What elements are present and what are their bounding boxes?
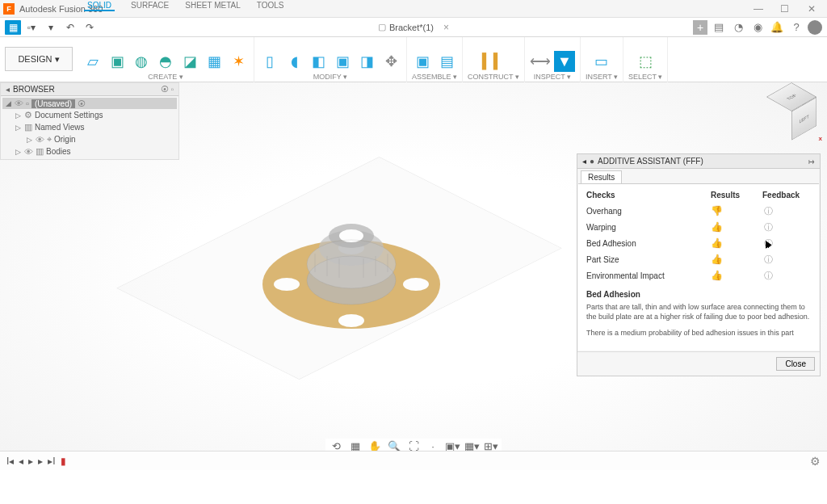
app-icon: F — [3, 3, 15, 15]
timeline-play-icon[interactable]: ▸ — [28, 456, 33, 467]
quick-access-toolbar: ▦ ▫▾ ▾ ↶ ↷ ▢ Bracket*(1) × + ▤ ◔ ◉ 🔔 ? — [0, 18, 827, 37]
timeline-start-icon[interactable]: I◂ — [6, 456, 14, 467]
split-icon[interactable]: ◨ — [356, 51, 377, 72]
save-button[interactable]: ▾ — [42, 19, 60, 36]
browser-tree[interactable]: ◢👁▫ (Unsaved)⦿ ▷⚙ Document Settings ▷▥ N… — [1, 96, 178, 159]
info-icon[interactable]: ⓘ — [762, 221, 774, 233]
user-avatar[interactable] — [808, 20, 822, 35]
info-icon[interactable]: ⓘ — [762, 270, 774, 281]
folder-icon: ▥ — [36, 146, 44, 157]
notifications-icon[interactable]: 🔔 — [769, 21, 785, 33]
emboss-icon[interactable]: ✶ — [228, 51, 249, 72]
tab-tools[interactable]: TOOLS — [257, 1, 284, 11]
folder-icon: ▥ — [24, 122, 32, 132]
minimize-icon[interactable]: — — [746, 3, 770, 15]
close-icon[interactable]: ✕ — [800, 3, 824, 15]
group-label-modify[interactable]: MODIFY ▾ — [313, 73, 347, 81]
view-cube[interactable]: z TOP FRONT LEFT x — [766, 89, 817, 141]
thumbs-up-icon: 👍 — [711, 254, 759, 265]
group-label-insert[interactable]: INSERT ▾ — [586, 73, 618, 81]
info-icon[interactable]: ⓘ — [762, 237, 774, 249]
svg-point-4 — [338, 314, 364, 327]
tab-results[interactable]: Results — [581, 170, 622, 183]
insert-decal-icon[interactable]: ▭ — [591, 51, 612, 72]
workspace-switcher[interactable]: DESIGN ▾ — [5, 47, 73, 71]
sweep-icon[interactable]: ◪ — [179, 51, 200, 72]
close-button[interactable]: Close — [776, 357, 815, 371]
thumbs-up-warn-icon: 👍 — [711, 270, 759, 281]
press-pull-icon[interactable]: ▯ — [259, 51, 280, 72]
ribbon-group-select: ⬚ SELECT ▾ — [623, 37, 668, 82]
ribbon-group-create: ▱ ▣ ◍ ◓ ◪ ▦ ✶ CREATE ▾ — [78, 37, 254, 82]
joint-icon[interactable]: ▣ — [412, 51, 433, 72]
settings-gear-icon[interactable]: ⚙ — [810, 455, 821, 468]
panel-collapse-icon[interactable]: ◂ — [582, 157, 586, 166]
fillet-icon[interactable]: ◖ — [283, 51, 304, 72]
group-label-construct[interactable]: CONSTRUCT ▾ — [468, 73, 519, 81]
combine-icon[interactable]: ▣ — [332, 51, 353, 72]
window-controls[interactable]: — ☐ ✕ — [746, 3, 824, 15]
redo-button[interactable]: ↷ — [81, 19, 99, 36]
updates-icon[interactable]: ◉ — [749, 21, 766, 33]
sketch-icon[interactable]: ▱ — [82, 51, 103, 72]
loft-icon[interactable]: ▦ — [204, 51, 225, 72]
timeline-feature-icon[interactable]: ▮ — [61, 456, 66, 467]
browser-options-icon[interactable]: ⦿ ▫ — [161, 85, 174, 94]
revolve-icon[interactable]: ◓ — [155, 51, 176, 72]
ribbon-group-inspect: ⟷ ▼ INSPECT ▾ — [525, 37, 581, 82]
shell-icon[interactable]: ◧ — [308, 51, 329, 72]
tab-sheet-metal[interactable]: SHEET METAL — [185, 1, 241, 11]
check-overhang: Overhang 👎 ⓘ — [586, 203, 811, 219]
job-status-icon[interactable]: ◔ — [730, 21, 746, 33]
col-results: Results — [711, 191, 759, 200]
timeline-prev-icon[interactable]: ◂ — [19, 456, 23, 467]
create-form-icon[interactable]: ▣ — [107, 51, 128, 72]
extensions-icon[interactable]: ▤ — [711, 21, 727, 33]
data-panel-button[interactable]: ▦ — [5, 20, 21, 35]
plane-icon[interactable]: ▍▍ — [483, 51, 504, 72]
tree-root[interactable]: ◢👁▫ (Unsaved)⦿ — [2, 98, 177, 109]
collapse-icon[interactable]: ◂ — [6, 85, 10, 94]
maximize-icon[interactable]: ☐ — [773, 3, 797, 15]
gear-icon: ⚙ — [24, 110, 32, 120]
help-icon[interactable]: ? — [788, 21, 804, 33]
group-label-create[interactable]: CREATE ▾ — [148, 73, 183, 81]
tab-close-icon[interactable]: × — [443, 22, 449, 33]
file-menu-button[interactable]: ▫▾ — [23, 19, 40, 36]
select-icon[interactable]: ⬚ — [635, 51, 656, 72]
tab-surface[interactable]: SURFACE — [131, 1, 169, 11]
group-label-inspect[interactable]: INSPECT ▾ — [534, 73, 571, 81]
timeline: I◂ ◂ ▸ ▸ ▸I ▮ ⚙ — [0, 451, 827, 470]
move-icon[interactable]: ✥ — [380, 51, 401, 72]
timeline-end-icon[interactable]: ▸I — [48, 456, 55, 467]
check-environmental: Environmental Impact 👍 ⓘ — [586, 267, 811, 284]
timeline-next-icon[interactable]: ▸ — [38, 456, 43, 467]
tree-item-named-views[interactable]: ▷▥ Named Views — [2, 121, 177, 133]
document-tab[interactable]: ▢ Bracket*(1) × — [378, 22, 449, 33]
info-icon[interactable]: ⓘ — [762, 254, 774, 265]
extrude-icon[interactable]: ◍ — [131, 51, 152, 72]
group-label-select[interactable]: SELECT ▾ — [628, 73, 662, 81]
measure-icon[interactable]: ⟷ — [530, 51, 551, 72]
panel-expand-icon[interactable]: ↦ — [808, 158, 815, 166]
check-part-size: Part Size 👍 ⓘ — [586, 251, 811, 267]
detail-body: Parts that are tall, thin and with low s… — [586, 302, 811, 321]
tree-item-bodies[interactable]: ▷👁▥ Bodies — [2, 145, 177, 158]
model-bracket[interactable] — [242, 187, 460, 349]
group-label-assemble[interactable]: ASSEMBLE ▾ — [412, 73, 457, 81]
ribbon-tabs[interactable]: SOLID SURFACE SHEET METAL TOOLS — [73, 0, 284, 13]
additive-assistant-icon[interactable]: ▼ — [554, 51, 575, 72]
new-design-button[interactable]: + — [693, 20, 707, 35]
svg-point-1 — [274, 278, 300, 291]
undo-button[interactable]: ↶ — [61, 19, 79, 36]
ribbon-group-modify: ▯ ◖ ◧ ▣ ◨ ✥ MODIFY ▾ — [254, 37, 407, 82]
thumbs-up-icon: 👍 — [711, 221, 759, 233]
as-built-joint-icon[interactable]: ▤ — [436, 51, 457, 72]
tree-item-document-settings[interactable]: ▷⚙ Document Settings — [2, 109, 177, 121]
tab-solid[interactable]: SOLID — [84, 1, 115, 11]
document-name: Bracket*(1) — [389, 23, 434, 32]
info-icon[interactable]: ⓘ — [762, 205, 774, 216]
tree-item-origin[interactable]: ▷👁⌖ Origin — [2, 133, 177, 145]
check-warping: Warping 👍 ⓘ — [586, 219, 811, 235]
panel-title: ADDITIVE ASSISTANT (FFF) — [598, 157, 703, 166]
